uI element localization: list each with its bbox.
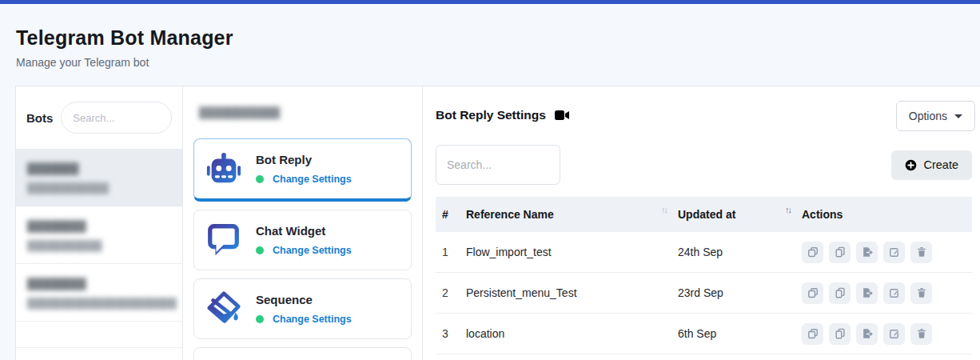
- edit-icon: [889, 328, 900, 339]
- bot-list-item[interactable]: [16, 322, 182, 348]
- bot-list-item[interactable]: ████████ ██████████████████████: [16, 264, 182, 322]
- options-button[interactable]: Options: [896, 101, 975, 131]
- robot-icon: [205, 150, 242, 187]
- duplicate-icon: [835, 246, 846, 258]
- reference-search-input[interactable]: [436, 145, 560, 185]
- chevron-down-icon: [954, 114, 962, 118]
- duplicate-button[interactable]: [829, 282, 851, 304]
- row-number: 3: [442, 327, 466, 340]
- delete-button[interactable]: [910, 242, 932, 263]
- status-dot-icon: [256, 175, 264, 183]
- change-settings-link[interactable]: Change Settings: [273, 314, 352, 325]
- delete-button[interactable]: [910, 282, 932, 304]
- column-header-actions: Actions: [802, 208, 966, 221]
- status-dot-icon: [256, 315, 264, 323]
- duplicate-button[interactable]: [829, 323, 851, 345]
- change-settings-link[interactable]: Change Settings: [273, 174, 352, 185]
- table-row: 3 location 6th Sep: [436, 314, 972, 354]
- export-button[interactable]: [856, 242, 878, 263]
- column-header-updated-at[interactable]: Updated at ↑↓: [678, 208, 802, 221]
- row-actions: [802, 323, 966, 345]
- updated-at: 24th Sep: [678, 246, 802, 258]
- row-number: 2: [442, 286, 466, 299]
- bot-name-redacted: ███████: [27, 162, 171, 174]
- card-chat-widget[interactable]: Chat Widget Change Settings: [193, 210, 412, 270]
- paint-bucket-icon: [205, 290, 242, 327]
- trash-icon: [916, 246, 927, 258]
- updated-at: 23rd Sep: [678, 286, 802, 299]
- trash-icon: [916, 287, 927, 298]
- sort-icon[interactable]: ↑↓: [661, 205, 667, 214]
- options-button-label: Options: [909, 110, 947, 122]
- main-panel: Bots ███████ ████████████ ████████ █████…: [15, 86, 980, 360]
- sort-icon[interactable]: ↑↓: [785, 205, 791, 214]
- selected-bot-username-redacted: ███████████: [199, 106, 412, 118]
- copy-icon: [807, 287, 819, 298]
- export-icon: [862, 328, 873, 339]
- video-tutorial-icon[interactable]: [555, 110, 570, 121]
- table-row: 1 Flow_import_test 24th Sep: [436, 232, 972, 273]
- edit-icon: [889, 246, 900, 258]
- copy-icon: [807, 246, 819, 258]
- card-title: Bot Reply: [256, 153, 352, 166]
- bot-name-redacted: ████████: [27, 220, 171, 232]
- page-title: Telegram Bot Manager: [16, 26, 980, 50]
- card-title: Sequence: [256, 293, 352, 306]
- trash-icon: [916, 328, 927, 339]
- settings-content: Bot Reply Settings Options Create: [423, 86, 980, 360]
- bots-search-input[interactable]: [61, 102, 172, 134]
- reference-name: location: [466, 327, 678, 340]
- duplicate-icon: [835, 287, 846, 298]
- export-button[interactable]: [856, 282, 878, 304]
- column-header-num: #: [442, 208, 466, 221]
- bot-username-redacted: ███████████: [27, 240, 171, 251]
- bot-list-item[interactable]: ███████ ████████████: [16, 149, 182, 206]
- copy-button[interactable]: [802, 323, 823, 345]
- bot-username-redacted: ██████████████████████: [27, 298, 171, 309]
- status-dot-icon: [256, 246, 264, 254]
- bot-name-redacted: ████████: [27, 278, 171, 290]
- reference-name: Flow_import_test: [466, 246, 678, 258]
- edit-button[interactable]: [883, 242, 905, 263]
- export-icon: [862, 287, 873, 298]
- bot-list-item[interactable]: ████████ ███████████: [16, 206, 182, 264]
- table-row: 2 Persistent_menu_Test 23rd Sep: [436, 273, 972, 314]
- copy-icon: [807, 328, 819, 339]
- bots-sidebar: Bots ███████ ████████████ ████████ █████…: [16, 86, 183, 360]
- feature-card-list: Bot Reply Change Settings Chat Widget: [193, 138, 412, 360]
- card-partial[interactable]: [193, 347, 412, 360]
- updated-at: 6th Sep: [678, 327, 802, 340]
- column-header-reference-name[interactable]: Reference Name ↑↓: [466, 208, 678, 221]
- delete-button[interactable]: [910, 323, 932, 345]
- card-title: Chat Widget: [256, 224, 352, 238]
- card-sequence[interactable]: Sequence Change Settings: [193, 278, 412, 339]
- bot-username-redacted: ████████████: [27, 182, 171, 194]
- plus-circle-icon: [905, 159, 917, 171]
- create-button[interactable]: Create: [891, 150, 972, 180]
- edit-button[interactable]: [883, 282, 905, 304]
- bots-sidebar-header: Bots: [16, 86, 182, 149]
- create-button-label: Create: [923, 158, 958, 171]
- content-title: Bot Reply Settings: [436, 108, 546, 122]
- change-settings-link[interactable]: Change Settings: [273, 245, 352, 256]
- bots-title: Bots: [26, 111, 53, 125]
- page-header: Telegram Bot Manager Manage your Telegra…: [0, 4, 980, 69]
- table-header-row: # Reference Name ↑↓ Updated at ↑↓ Action…: [436, 197, 972, 232]
- row-actions: [802, 282, 966, 304]
- page-subtitle: Manage your Telegram bot: [16, 56, 980, 69]
- copy-button[interactable]: [802, 242, 823, 263]
- duplicate-button[interactable]: [829, 242, 851, 263]
- row-number: 1: [442, 246, 466, 258]
- bot-reply-table: # Reference Name ↑↓ Updated at ↑↓ Action…: [436, 197, 972, 354]
- edit-button[interactable]: [883, 323, 905, 345]
- feature-column: ███████████ Bot Reply: [183, 86, 423, 360]
- card-bot-reply[interactable]: Bot Reply Change Settings: [193, 138, 412, 202]
- export-button[interactable]: [856, 323, 878, 345]
- export-icon: [862, 246, 873, 258]
- row-actions: [802, 242, 966, 263]
- duplicate-icon: [835, 328, 846, 339]
- copy-button[interactable]: [802, 282, 823, 304]
- chat-bubble-icon: [205, 222, 242, 258]
- edit-icon: [889, 287, 900, 298]
- reference-name: Persistent_menu_Test: [466, 286, 678, 299]
